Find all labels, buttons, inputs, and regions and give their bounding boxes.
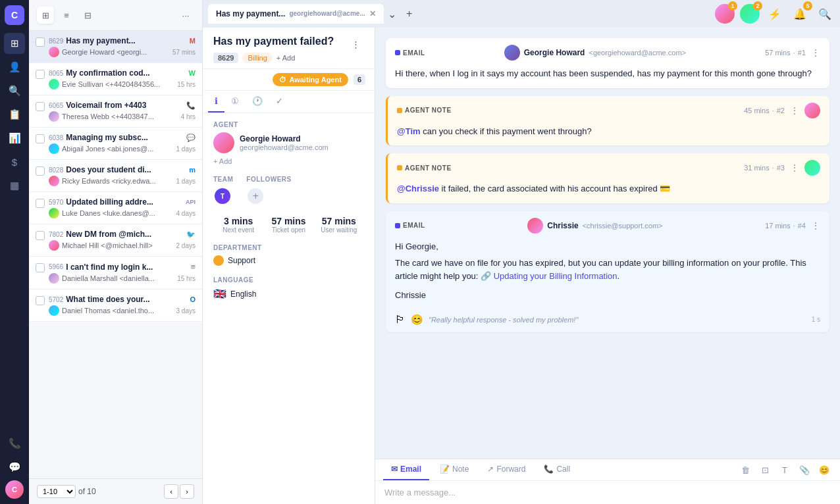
conv-checkbox-5966[interactable] — [36, 263, 45, 272]
conversation-item-5966[interactable]: 5966 I can't find my login k... ≡ Daniel… — [29, 257, 202, 290]
nav-icon-phone[interactable]: 📞 — [4, 433, 25, 454]
view-list-button[interactable]: ≡ — [58, 7, 75, 24]
reply-tab-note[interactable]: 📝 Note — [432, 459, 477, 480]
reply-tab-email[interactable]: ✉ Email — [383, 459, 429, 480]
nav-icon-contacts[interactable]: 👤 — [4, 57, 25, 78]
conv-sender: Michael Hill <@michael.hill> — [62, 241, 174, 249]
lightning-button[interactable]: ⚡ — [765, 4, 785, 24]
conv-checkbox-5970[interactable] — [36, 199, 45, 208]
conv-checkbox-8065[interactable] — [36, 70, 45, 79]
conversation-item-5970[interactable]: 5970 Updated billing addre... API Luke D… — [29, 192, 202, 224]
conv-checkbox-5702[interactable] — [36, 296, 45, 305]
reply-attach-button[interactable]: 📎 — [797, 462, 812, 478]
conversation-item-7802[interactable]: 7802 New DM from @mich... 🐦 Michael Hill… — [29, 224, 202, 257]
info-tab-done[interactable]: ✓ — [269, 91, 290, 113]
conversations-panel: ⊞ ≡ ⊟ ··· 8629 Has my payment... M Georg… — [29, 0, 203, 504]
nav-icon-reports[interactable]: 📊 — [4, 128, 25, 149]
page-range-select[interactable]: 1-10 11-20 — [37, 485, 76, 498]
msg-4-body: Hi Georgie, The card we have on file for… — [386, 238, 829, 310]
msg-4-type-label: EMAIL — [403, 222, 425, 229]
conversation-item-8629[interactable]: 8629 Has my payment... M Georgie Howard … — [29, 31, 202, 63]
bell-container: 🔔 5 — [790, 4, 810, 24]
conversation-item-8065[interactable]: 8065 My confirmation cod... W Evie Sulli… — [29, 63, 202, 95]
conversations-more-button[interactable]: ··· — [177, 7, 194, 24]
conv-checkbox-8629[interactable] — [36, 38, 45, 47]
reply-tab-call[interactable]: 📞 Call — [536, 459, 578, 480]
page-prev-button[interactable]: ‹ — [164, 484, 178, 499]
search-button[interactable]: 🔍 — [815, 4, 835, 24]
language-flag: 🇬🇧 — [213, 288, 226, 300]
msg-3-more-button[interactable]: ⋮ — [790, 163, 799, 173]
tab-close-button[interactable]: ✕ — [369, 10, 376, 18]
conversation-item-5702[interactable]: 5702 What time does your... O Daniel Tho… — [29, 290, 202, 322]
reply-format-button[interactable]: T — [777, 462, 793, 478]
info-tab-history[interactable]: 🕐 — [246, 91, 269, 113]
msg-4-more-button[interactable]: ⋮ — [811, 220, 820, 231]
msg-4-header: EMAIL Chrissie <chrissie@support.com> 17… — [386, 211, 829, 238]
view-grid-button[interactable]: ⊞ — [37, 7, 54, 24]
reaction-emoji[interactable]: 😊 — [411, 314, 423, 326]
view-kanban-button[interactable]: ⊟ — [79, 7, 96, 24]
msg-1-more-button[interactable]: ⋮ — [811, 47, 820, 58]
add-tag-button[interactable]: + Add — [276, 54, 295, 62]
reply-tab-forward[interactable]: ↗ Forward — [479, 459, 533, 480]
team-avatar-1: T — [213, 187, 232, 205]
info-tab-info[interactable]: ℹ — [208, 91, 224, 113]
ticket-more-button[interactable]: ⋮ — [347, 36, 364, 53]
nav-user-avatar[interactable]: C — [5, 480, 24, 499]
ticket-header-left: Has my payment failed? 8629 Billing + Ad… — [213, 36, 334, 63]
msg-2-more-button[interactable]: ⋮ — [790, 105, 799, 116]
avatar2-container: 2 — [740, 4, 760, 24]
nav-icon-chat[interactable]: 💬 — [4, 457, 25, 478]
reply-template-button[interactable]: ⊡ — [757, 462, 773, 478]
page-select: 1-10 11-20 of 10 — [37, 485, 96, 498]
page-nav: ‹ › — [164, 484, 194, 499]
followers-section: Followers + — [246, 176, 291, 205]
ticket-billing-tag[interactable]: Billing — [242, 53, 272, 63]
team-followers-section: Team T Followers + — [213, 176, 364, 205]
msg-1-number: #1 — [798, 49, 806, 57]
conv-content-5970: 5970 Updated billing addre... API Luke D… — [49, 197, 196, 218]
info-tab-actions[interactable]: ① — [224, 91, 246, 113]
conv-title: What time does your... — [66, 295, 187, 304]
conv-id: 5970 — [49, 199, 63, 206]
note-label: Note — [452, 465, 469, 474]
conv-content-5966: 5966 I can't find my login k... ≡ Daniel… — [49, 262, 196, 284]
conv-checkbox-6038[interactable] — [36, 134, 45, 143]
reply-placeholder[interactable]: Write a message... — [384, 488, 831, 497]
conversation-item-8028[interactable]: 8028 Does your student di... m Ricky Edw… — [29, 160, 202, 192]
ticket-status-bar: ⏱ Awaiting Agent 6 — [203, 69, 375, 91]
add-attribute-button[interactable]: + Add — [213, 157, 364, 165]
twitter-icon: 🐦 — [186, 230, 196, 239]
conv-title: Voicemail from +4403 — [66, 101, 184, 110]
conversation-thread: EMAIL Georgie Howard <georgiehoward@acme… — [375, 28, 840, 504]
tab-add-button[interactable]: + — [401, 5, 418, 22]
conversation-item-6038[interactable]: 6038 Managing my subsc... 💬 Abigail Jone… — [29, 128, 202, 160]
msg-4-sender: Chrissie <chrissie@support.com> — [527, 218, 662, 234]
billing-link[interactable]: 🔗 Updating your Billing Information — [481, 271, 617, 281]
nav-icon-billing[interactable]: $ — [4, 151, 25, 172]
conv-checkbox-7802[interactable] — [36, 231, 45, 240]
conv-sender: Daniel Thomas <daniel.tho... — [62, 307, 174, 315]
ticket-info-tabs: ℹ ① 🕐 ✓ — [203, 91, 375, 113]
conv-checkbox-8028[interactable] — [36, 166, 45, 176]
app-logo[interactable]: C — [5, 5, 24, 25]
reply-delete-button[interactable]: 🗑 — [737, 462, 753, 478]
msg-3-dot: · — [772, 164, 774, 172]
nav-icon-search[interactable]: 🔍 — [4, 80, 25, 101]
nav-icon-grid[interactable]: ▦ — [4, 175, 25, 196]
conv-sender: Theresa Webb <+4403847... — [62, 113, 178, 120]
tab-active[interactable]: Has my payment... georgiehoward@acme... … — [208, 4, 384, 24]
tab-dropdown-button[interactable]: ⌄ — [384, 5, 401, 22]
email-reply-label: Email — [400, 465, 421, 474]
nav-icon-home[interactable]: ⊞ — [4, 33, 25, 54]
awaiting-agent-badge[interactable]: ⏱ Awaiting Agent — [273, 73, 348, 86]
agent-section-label: Agent — [213, 121, 364, 128]
msg-1-meta: 57 mins · #1 — [765, 49, 806, 57]
nav-icon-inbox[interactable]: 📋 — [4, 104, 25, 125]
conversation-item-6065[interactable]: 6065 Voicemail from +4403 📞 Theresa Webb… — [29, 95, 202, 128]
conv-checkbox-6065[interactable] — [36, 102, 45, 111]
page-next-button[interactable]: › — [180, 484, 194, 499]
reply-emoji-button[interactable]: 😊 — [816, 462, 832, 478]
add-follower-button[interactable]: + — [246, 187, 265, 205]
